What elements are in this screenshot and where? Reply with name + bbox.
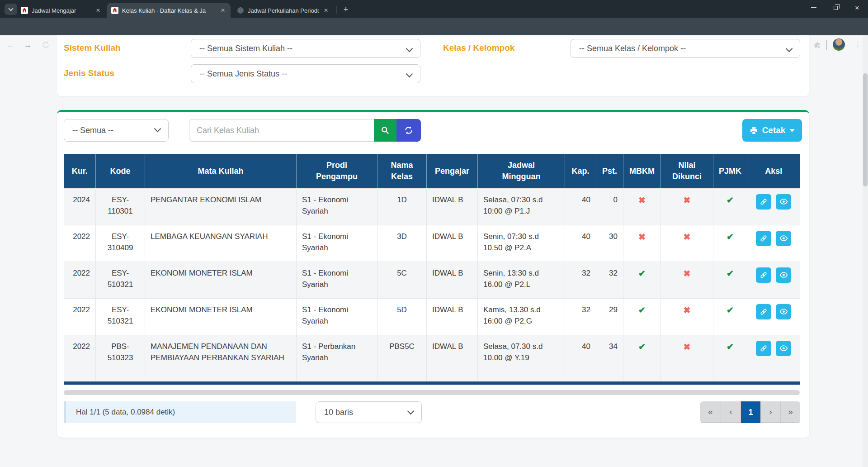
cell-pengajar: IDWAL B bbox=[427, 335, 478, 383]
sistem-kuliah-label: Sistem Kuliah bbox=[64, 43, 121, 53]
reload-icon bbox=[42, 41, 50, 49]
cell-pjmk bbox=[713, 262, 747, 298]
cell-pst: 30 bbox=[596, 225, 623, 262]
browser-toolbar: ← → ⌂ uinbengkulu.siakadcloud.com/siakad… bbox=[0, 18, 868, 35]
uin-favicon bbox=[111, 7, 118, 14]
cell-kap: 32 bbox=[565, 262, 596, 298]
browser-tab-jadwal-perkuliahan[interactable]: Jadwal Perkuliahan Periode 202 ✕ bbox=[232, 3, 334, 18]
browser-menu-icon[interactable]: ⋮ bbox=[852, 38, 863, 52]
window-restore-button[interactable] bbox=[826, 0, 845, 15]
print-button-label: Cetak bbox=[762, 125, 786, 135]
table-horizontal-scrollbar[interactable] bbox=[64, 390, 800, 395]
cell-pst: 32 bbox=[596, 262, 623, 298]
page-1-button[interactable]: 1 bbox=[741, 401, 760, 423]
table-header-row: Kur. Kode Mata Kuliah Prodi Pengampu Nam… bbox=[64, 154, 800, 188]
print-button[interactable]: Cetak bbox=[742, 119, 802, 142]
cell-mata-kuliah: EKONOMI MONETER ISLAM bbox=[145, 298, 297, 335]
cell-pst: 0 bbox=[596, 188, 623, 225]
new-tab-button[interactable]: + bbox=[340, 4, 352, 15]
cell-mbkm bbox=[623, 335, 661, 383]
tab-search-button[interactable] bbox=[5, 4, 17, 15]
kelas-table: Kur. Kode Mata Kuliah Prodi Pengampu Nam… bbox=[64, 154, 800, 385]
close-icon[interactable]: ✕ bbox=[220, 7, 226, 14]
first-page-button[interactable]: « bbox=[700, 401, 721, 423]
cell-kap: 32 bbox=[565, 298, 596, 335]
back-button[interactable]: ← bbox=[4, 38, 17, 52]
cell-nilai-dikunci bbox=[661, 262, 713, 298]
window-close-button[interactable]: ✕ bbox=[847, 0, 867, 15]
cell-nilai-dikunci bbox=[661, 335, 713, 383]
cell-kode: ESY-310409 bbox=[96, 225, 145, 262]
window-minimize-button[interactable] bbox=[804, 0, 824, 15]
tab-title: Jadwal Mengajar bbox=[32, 7, 91, 14]
cell-jadwal: Kamis, 13.30 s.d 16:00 @ P2.G bbox=[478, 298, 565, 335]
cell-aksi bbox=[747, 225, 800, 262]
view-button[interactable] bbox=[776, 231, 791, 246]
reload-button[interactable] bbox=[39, 38, 52, 52]
refresh-icon bbox=[404, 126, 413, 135]
view-button[interactable] bbox=[776, 341, 791, 356]
cell-prodi: S1 - Ekonomi Syariah bbox=[297, 188, 377, 225]
header-kode: Kode bbox=[96, 154, 145, 188]
cell-pst: 29 bbox=[596, 298, 623, 335]
next-page-button[interactable]: › bbox=[760, 401, 780, 423]
mbkm-status-icon bbox=[638, 269, 646, 278]
cell-pjmk bbox=[713, 225, 747, 262]
extensions-puzzle-icon[interactable] bbox=[811, 39, 824, 52]
table-row: 2022 ESY-510321 EKONOMI MONETER ISLAM S1… bbox=[64, 298, 800, 335]
rows-per-page-select[interactable]: 10 baris bbox=[316, 401, 422, 423]
profile-avatar[interactable] bbox=[833, 38, 845, 51]
jenis-status-select[interactable]: -- Semua Jenis Status -- bbox=[191, 64, 420, 83]
header-aksi: Aksi bbox=[747, 154, 800, 188]
eye-icon bbox=[779, 234, 788, 243]
tab-title: Jadwal Perkuliahan Periode 202 bbox=[248, 7, 319, 14]
link-button[interactable] bbox=[756, 341, 771, 356]
cell-prodi: S1 - Perbankan Syariah bbox=[297, 335, 377, 383]
pagination-controls: « ‹ 1 › » bbox=[700, 401, 800, 423]
mbkm-status-icon bbox=[638, 195, 646, 205]
nilai-status-icon bbox=[684, 269, 691, 278]
header-nilai-dikunci: Nilai Dikunci bbox=[661, 154, 713, 188]
kelas-kelompok-select[interactable]: -- Semua Kelas / Kelompok -- bbox=[571, 39, 800, 58]
refresh-button[interactable] bbox=[396, 119, 421, 142]
header-jadwal-mingguan: Jadwal Mingguan bbox=[478, 154, 565, 188]
mbkm-status-icon bbox=[638, 305, 646, 315]
list-filter-select[interactable]: -- Semua -- bbox=[64, 119, 169, 142]
header-pst: Pst. bbox=[596, 154, 623, 188]
header-prodi-pengampu: Prodi Pengampu bbox=[297, 154, 377, 188]
view-button[interactable] bbox=[776, 194, 791, 210]
link-button[interactable] bbox=[756, 304, 771, 319]
sistem-kuliah-select[interactable]: -- Semua Sistem Kuliah -- bbox=[191, 39, 420, 58]
view-button[interactable] bbox=[776, 267, 791, 283]
link-button[interactable] bbox=[756, 194, 771, 210]
header-pjmk: PJMK bbox=[713, 154, 747, 188]
header-kur: Kur. bbox=[64, 154, 96, 188]
page-scrollbar-thumb[interactable] bbox=[863, 73, 868, 186]
last-page-button[interactable]: » bbox=[780, 401, 800, 423]
browser-tab-kelas-kuliah[interactable]: Kelas Kuliah - Daftar Kelas & Ja ✕ bbox=[107, 3, 231, 18]
prev-page-button[interactable]: ‹ bbox=[721, 401, 741, 423]
link-button[interactable] bbox=[756, 267, 771, 283]
cell-jadwal: Senin, 13:30 s.d 16.00 @ P2.L bbox=[478, 262, 565, 298]
cell-prodi: S1 - Ekonomi Syariah bbox=[297, 262, 377, 298]
close-icon[interactable]: ✕ bbox=[95, 7, 101, 14]
view-button[interactable] bbox=[776, 304, 791, 319]
pagination-info: Hal 1/1 (5 data, 0.0984 detik) bbox=[64, 401, 296, 423]
cell-pengajar: IDWAL B bbox=[427, 225, 478, 262]
cell-pst: 34 bbox=[596, 335, 623, 383]
forward-button[interactable]: → bbox=[21, 38, 34, 52]
browser-tab-jadwal-mengajar[interactable]: Jadwal Mengajar ✕ bbox=[16, 3, 106, 18]
link-button[interactable] bbox=[756, 231, 771, 246]
link-icon bbox=[760, 198, 768, 206]
search-input[interactable] bbox=[189, 119, 374, 142]
page-scrollbar[interactable] bbox=[863, 35, 868, 467]
close-icon[interactable]: ✕ bbox=[323, 7, 329, 14]
uin-favicon bbox=[21, 7, 28, 14]
caret-down-icon bbox=[789, 129, 795, 132]
jenis-status-value: -- Semua Jenis Status -- bbox=[199, 69, 287, 79]
cell-nama-kelas: 1D bbox=[377, 188, 427, 225]
search-button[interactable] bbox=[374, 119, 396, 142]
cell-pjmk bbox=[713, 335, 747, 383]
cell-aksi bbox=[747, 262, 800, 298]
cell-kode: ESY-110301 bbox=[96, 188, 145, 225]
